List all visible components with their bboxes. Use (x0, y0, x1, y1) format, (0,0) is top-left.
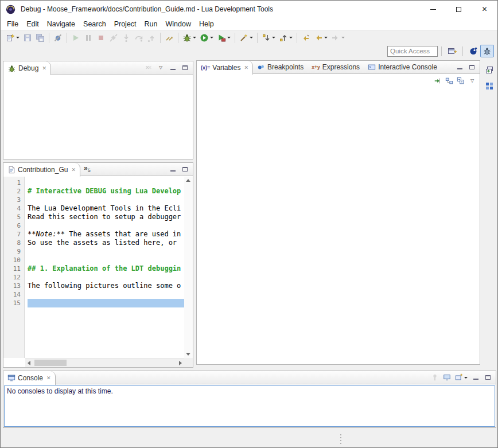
editor-line[interactable]: **Note:** The assets that are used in (25, 230, 184, 239)
tab-contribution-guide[interactable]: Contribution_Gu ✕ (3, 163, 80, 177)
editor-line[interactable] (25, 178, 184, 187)
external-tools-button[interactable] (215, 32, 232, 44)
editor-line[interactable] (25, 256, 184, 264)
editor-line[interactable]: # Interactive DEBUG using Lua Develop (25, 187, 184, 196)
view-menu-button[interactable]: ▽ (157, 64, 165, 72)
minimize-view-button[interactable] (169, 64, 177, 72)
debug-view-content[interactable] (3, 75, 193, 159)
suspend-icon (84, 33, 93, 42)
scroll-down-icon[interactable] (186, 353, 190, 356)
view-menu-icon: ▽ (470, 79, 474, 83)
dropdown-arrow-icon[interactable] (289, 37, 293, 38)
variables-view-content[interactable] (197, 88, 480, 364)
debug-button[interactable] (181, 32, 198, 44)
menu-edit[interactable]: Edit (22, 19, 43, 29)
scroll-up-icon[interactable] (186, 179, 190, 182)
skip-all-breakpoints-button[interactable] (52, 32, 64, 44)
show-type-names-button[interactable] (434, 77, 442, 85)
back-button[interactable] (312, 32, 329, 44)
code-area[interactable]: # Interactive DEBUG using Lua Develop Th… (25, 177, 184, 358)
dropdown-arrow-icon[interactable] (227, 37, 231, 38)
close-tab-icon[interactable]: ✕ (244, 65, 248, 71)
vertical-scrollbar[interactable] (184, 177, 193, 358)
debug-perspective-button[interactable] (480, 45, 494, 57)
dropdown-arrow-icon[interactable] (193, 37, 196, 38)
console-content[interactable]: No consoles to display at this time. (4, 385, 495, 427)
editor-line-selected[interactable] (25, 299, 184, 307)
toolbar-separator (257, 33, 258, 43)
dropdown-arrow-icon[interactable] (16, 37, 20, 38)
dropdown-arrow-icon[interactable] (210, 37, 213, 38)
editor-line[interactable] (25, 221, 184, 230)
dropdown-arrow-icon[interactable] (272, 37, 275, 38)
window-maximize-button[interactable] (446, 1, 472, 18)
view-menu-button[interactable]: ▽ (468, 77, 476, 85)
scroll-left-icon[interactable] (28, 361, 30, 365)
previous-annotation-button[interactable] (277, 32, 294, 44)
maximize-view-button[interactable] (468, 63, 476, 71)
variables-tabbar: (x)= Variables ✕ Breakpoints x+y Express… (197, 61, 480, 74)
tab-debug[interactable]: Debug ✕ (3, 61, 51, 75)
show-logical-structure-button[interactable] (445, 77, 453, 85)
window-minimize-button[interactable] (420, 1, 446, 18)
tab-interactive-console[interactable]: Interactive Console (364, 61, 441, 73)
use-step-filters-button[interactable] (163, 32, 176, 44)
minimize-view-button[interactable] (169, 165, 177, 173)
tab-breakpoints[interactable]: Breakpoints (253, 61, 308, 73)
dropdown-arrow-icon[interactable] (250, 37, 253, 38)
minimize-view-button[interactable] (472, 373, 480, 381)
scroll-right-icon[interactable] (179, 361, 182, 365)
line-number-ruler[interactable]: 1 2 3 4 5 6 7 8 9 10 11 12 13 14 15 (3, 177, 25, 358)
close-tab-icon[interactable]: ✕ (71, 167, 76, 173)
close-tab-icon[interactable]: ✕ (46, 375, 51, 381)
last-edit-location-button[interactable] (299, 32, 312, 44)
step-filters-icon (165, 33, 174, 42)
quick-access-input[interactable] (387, 46, 438, 57)
editor-line[interactable] (25, 290, 184, 299)
next-annotation-button[interactable] (260, 32, 277, 44)
restore-view-button[interactable] (483, 64, 496, 76)
line-text: The following pictures outline some o (28, 282, 181, 290)
editor-line[interactable]: ## 1. Explanation of the LDT debuggin (25, 264, 184, 273)
menu-search[interactable]: Search (79, 19, 110, 29)
editor-line[interactable]: Read this section to setup a debugger (25, 213, 184, 221)
dropdown-arrow-icon[interactable] (324, 37, 328, 38)
tab-console[interactable]: Console ✕ (3, 371, 56, 385)
display-selected-console-button[interactable] (443, 373, 451, 381)
editor-line[interactable] (25, 196, 184, 204)
editor-line[interactable]: So use the assets as listed here, or (25, 239, 184, 247)
menu-project[interactable]: Project (110, 19, 141, 29)
scrollbar-thumb[interactable] (34, 360, 67, 366)
collapse-all-button[interactable] (457, 77, 465, 85)
run-button[interactable] (198, 32, 215, 44)
menu-run[interactable]: Run (141, 19, 162, 29)
horizontal-scrollbar[interactable] (25, 358, 184, 367)
open-console-button[interactable] (455, 373, 468, 381)
minimized-view-button[interactable] (483, 80, 496, 92)
editor-line[interactable] (25, 273, 184, 282)
editor-line[interactable]: The Lua Development Tools in the Ecli (25, 204, 184, 213)
maximize-view-button[interactable] (181, 165, 189, 173)
open-perspective-button[interactable] (445, 45, 459, 57)
menu-help[interactable]: Help (195, 19, 218, 29)
editor-line[interactable] (25, 247, 184, 256)
dropdown-arrow-icon[interactable] (464, 377, 468, 379)
editor-tab-overflow-button[interactable]: » 5 (80, 163, 93, 176)
bottom-trim-drag-handle[interactable] (340, 434, 342, 445)
maximize-view-button[interactable] (181, 64, 189, 72)
window-close-button[interactable]: ✕ (472, 1, 497, 18)
menu-navigate[interactable]: Navigate (43, 19, 79, 29)
menu-file[interactable]: File (3, 19, 22, 29)
maximize-view-button[interactable] (484, 373, 492, 381)
tab-expressions[interactable]: x+y Expressions (308, 61, 364, 73)
terminate-icon (96, 33, 106, 42)
minimize-view-button[interactable] (456, 63, 464, 71)
separator (441, 46, 442, 56)
lua-perspective-button[interactable] (466, 45, 480, 57)
menu-window[interactable]: Window (162, 19, 195, 29)
new-wizard-button[interactable] (4, 32, 21, 44)
close-tab-icon[interactable]: ✕ (42, 65, 46, 71)
editor-line[interactable]: The following pictures outline some o (25, 282, 184, 290)
search-wand-button[interactable] (238, 32, 255, 44)
tab-variables[interactable]: (x)= Variables ✕ (197, 61, 253, 75)
